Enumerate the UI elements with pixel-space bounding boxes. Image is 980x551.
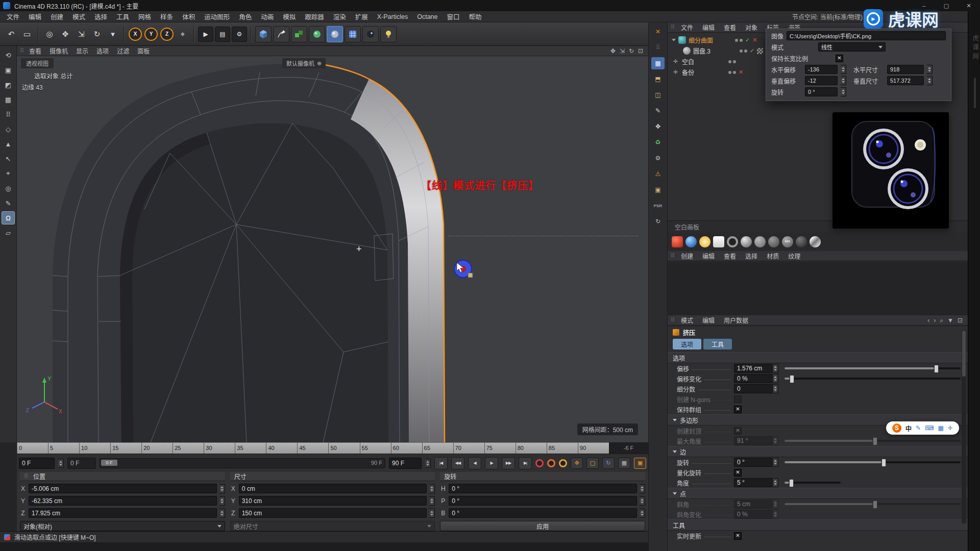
psr-icon[interactable]: PSR [651,199,665,212]
view-cube-icon[interactable]: ▦ [651,57,665,69]
prev-key-icon[interactable]: ◀◀ [451,457,464,469]
camera-target-icon[interactable]: ⊕ [317,60,322,67]
grid-cube-icon[interactable]: ▣ [651,184,665,196]
solo-mode-icon[interactable]: ◎ [2,182,15,195]
box-select-icon[interactable]: ▭ [20,27,34,41]
material-menu-item[interactable]: 查看 [720,251,740,261]
warning-icon[interactable]: ⚠ [651,168,665,180]
polygons-mode-icon[interactable]: ▲ [2,137,15,151]
bevel-slider[interactable] [785,503,961,505]
mix-material[interactable]: MIX [782,236,793,247]
attribute-menu-item[interactable]: 编辑 [698,315,719,325]
gray-material-2[interactable] [754,236,766,247]
ime-keyboard-icon[interactable]: ⌨ [925,424,934,432]
offset-input[interactable]: 1.576 cm [734,364,773,373]
bevel-variance-spinner[interactable] [773,510,778,519]
ring-material[interactable] [727,236,738,247]
pan-icon[interactable]: ✥ [610,47,616,55]
h-offset-input[interactable]: -136 [805,65,838,74]
gray-material-1[interactable] [741,236,752,247]
panel-grip-icon[interactable]: ⠿ [671,24,675,31]
ruler-ticks[interactable]: 051015202530354045505560657075808590 [17,442,609,454]
camera-label[interactable]: 默认摄像机 ⊕ [282,58,326,68]
end-frame-spinner[interactable] [425,459,431,468]
v-offset-input[interactable]: -12 [805,76,838,85]
menu-item[interactable]: 工具 [112,10,134,23]
rot-p-input[interactable]: 0 ° [449,496,637,506]
pos-z-spinner[interactable] [219,509,225,518]
menu-item[interactable]: 体积 [178,10,200,23]
maximize-view-icon[interactable]: ⊡ [638,47,643,55]
record-position-icon[interactable]: ✥ [571,458,583,469]
expand-icon[interactable] [672,39,676,41]
viewport-canvas[interactable]: Y X Z 透视视图 默认摄像机 ⊕ 选取对象 总计 边缘 43 【线】模式进行… [17,56,648,442]
subdivision-input[interactable]: 0 [734,384,773,393]
dynamics-icon[interactable] [309,26,325,42]
ngons-checkbox[interactable] [734,395,742,403]
object-manager-menu-item[interactable]: 对象 [741,22,762,33]
back-icon[interactable]: ‹ [927,317,929,324]
sogou-logo-icon[interactable]: S [892,423,901,433]
menu-item[interactable]: 扩展 [351,10,373,23]
menu-item[interactable]: Octane [412,12,442,22]
reset-icon[interactable]: ↻ [651,215,665,228]
cloth-icon[interactable] [345,26,361,42]
spline-pen-icon[interactable] [273,26,289,42]
visibility-dots-icon[interactable] [728,60,736,63]
offset-spinner[interactable] [773,364,778,373]
move-icon[interactable]: ✥ [58,27,72,41]
material-menu-item[interactable]: 纹理 [784,251,804,261]
menu-item[interactable]: 网格 [134,10,156,23]
material-menu-item[interactable]: 编辑 [698,251,719,261]
offset-slider[interactable] [785,367,961,369]
scrollbar-thumb[interactable] [974,78,976,108]
texture-mode-icon[interactable]: ◩ [2,78,15,91]
menu-item[interactable]: 运动图形 [200,10,234,23]
light-icon[interactable] [380,26,397,42]
variance-spinner[interactable] [773,374,778,383]
lock-z-button[interactable]: Z [160,28,174,41]
attributes-scrollbar[interactable] [962,330,966,523]
menu-item[interactable]: 跟踪器 [300,10,329,23]
max-angle-slider[interactable] [785,440,961,442]
popup-rotation-input[interactable]: 0 ° [805,87,838,96]
tweak-mode-icon[interactable]: ↖ [2,152,15,165]
keyframe-settings-icon[interactable]: ▣ [634,458,646,469]
menu-item[interactable]: 渲染 [329,10,351,23]
scale-icon[interactable]: ⇲ [74,27,88,41]
bevel-input[interactable]: 5 cm [734,499,773,509]
mograph-icon[interactable] [291,26,307,42]
keyframe-selection-icon[interactable] [559,459,567,467]
goto-end-icon[interactable]: ▶| [519,457,532,469]
panel-grip-icon[interactable]: ⠿ [20,47,24,54]
menu-item[interactable]: 文件 [2,10,24,23]
end-frame-field[interactable]: 90 F [389,458,422,469]
make-editable-icon[interactable]: ⟲ [2,48,15,62]
pos-y-spinner[interactable] [219,496,225,506]
enabled-check-icon[interactable]: ✓ [745,37,750,43]
render-picture-viewer-icon[interactable]: ▤ [215,27,230,42]
max-angle-spinner[interactable] [773,436,778,445]
zoom-icon[interactable]: ⇲ [620,47,625,55]
viewport-menu-item[interactable]: 过滤 [113,45,133,56]
record-parameter-icon[interactable]: ▦ [618,458,630,469]
viewport-menu-item[interactable]: 选项 [92,45,113,56]
variance-input[interactable]: 0 % [734,374,773,383]
menu-item[interactable]: 窗口 [443,10,464,23]
attribute-menu-item[interactable]: 模式 [677,315,697,325]
subdivision-spinner[interactable] [773,384,778,393]
menu-item[interactable]: 角色 [234,10,256,23]
prev-frame-icon[interactable]: ◀ [468,457,481,469]
rot-b-spinner[interactable] [640,509,645,518]
blue-material[interactable] [685,236,697,247]
goto-start-icon[interactable]: |◀ [434,457,448,469]
viewport-menu-item[interactable]: 摄像机 [45,45,72,56]
snap-icon[interactable]: Ω [2,211,15,224]
apply-button[interactable]: 应用 [440,521,645,531]
angle-input[interactable]: 5 ° [734,478,773,487]
create-caps-checkbox[interactable] [734,427,742,435]
section-point[interactable]: 点 [668,488,968,499]
size-y-input[interactable]: 310 cm [239,496,427,506]
viewport-menu-item[interactable]: 面板 [133,45,154,56]
workplane-icon[interactable]: ▱ [2,226,15,239]
